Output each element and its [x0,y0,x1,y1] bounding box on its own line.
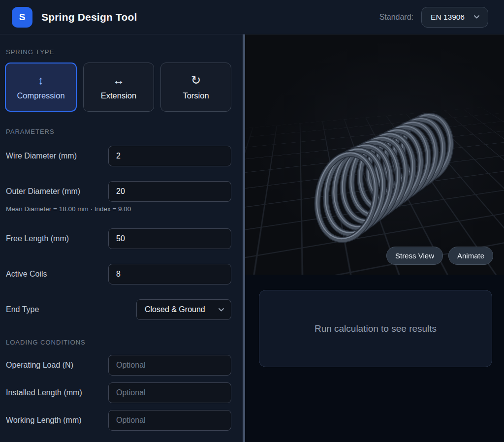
header-right: Standard: EN 13906 [379,7,488,28]
panel-scrollbar[interactable] [243,34,245,442]
app-logo: S [12,7,32,28]
spring-type-torsion[interactable]: ↻ Torsion [160,63,231,112]
spring-3d-render [245,34,504,275]
left-panel: SPRING TYPE ↕ Compression ↔ Extension ↻ … [0,34,243,442]
standard-select[interactable]: EN 13906 [421,7,488,28]
mean-diameter-helper: Mean Diameter = 18.00 mm · Index = 9.00 [6,205,131,213]
free-length-label: Free Length (mm) [6,228,69,249]
active-coils-label: Active Coils [6,264,47,284]
page-title: Spring Design Tool [41,11,137,23]
end-type-label: End Type [6,299,39,320]
active-coils-input[interactable] [108,264,231,284]
app-logo-letter: S [19,12,26,23]
viewport-3d[interactable]: Stress View Animate [245,34,504,275]
spring-type-label: Torsion [183,91,209,100]
spring-type-label: Compression [17,91,64,100]
spring-type-section-label: SPRING TYPE [6,48,54,56]
horizontal-arrows-icon: ↔ [113,74,125,86]
spring-type-compression[interactable]: ↕ Compression [5,63,77,112]
right-panel: Stress View Animate Run calculation to s… [245,34,504,442]
working-length-input[interactable] [108,410,231,431]
loading-conditions-section-label: LOADING CONDITIONS [6,339,86,346]
installed-length-label: Installed Length (mm) [6,382,82,403]
results-empty-message: Run calculation to see results [315,323,437,334]
vertical-arrows-icon: ↕ [38,74,44,86]
wire-diameter-label: Wire Diameter (mm) [6,146,77,166]
animate-button[interactable]: Animate [448,247,493,265]
rotate-cw-icon: ↻ [191,74,201,86]
app-header: S Spring Design Tool Standard: EN 13906 [0,0,504,34]
wire-diameter-input[interactable] [108,146,231,166]
spring-type-selector: ↕ Compression ↔ Extension ↻ Torsion [5,63,231,112]
outer-diameter-input[interactable] [108,181,231,202]
chevron-down-icon [218,308,224,312]
end-type-select[interactable]: Closed & Ground [136,299,231,320]
results-area: Run calculation to see results [245,275,504,442]
standard-label: Standard: [379,13,413,22]
spring-type-extension[interactable]: ↔ Extension [83,63,154,112]
spring-design-tool-app: S Spring Design Tool Standard: EN 13906 … [0,0,504,442]
operating-load-label: Operating Load (N) [6,355,73,376]
chevron-down-icon [473,15,480,19]
end-type-select-value: Closed & Ground [145,305,205,314]
installed-length-input[interactable] [108,382,231,403]
standard-select-value: EN 13906 [431,13,465,22]
parameters-section-label: PARAMETERS [6,128,55,135]
results-card: Run calculation to see results [259,290,492,367]
working-length-label: Working Length (mm) [6,410,82,431]
outer-diameter-label: Outer Diameter (mm) [6,181,80,202]
spring-type-label: Extension [101,91,136,100]
operating-load-input[interactable] [108,355,231,376]
stress-view-button[interactable]: Stress View [386,247,443,265]
free-length-input[interactable] [108,228,231,249]
viewport-buttons: Stress View Animate [386,247,493,265]
